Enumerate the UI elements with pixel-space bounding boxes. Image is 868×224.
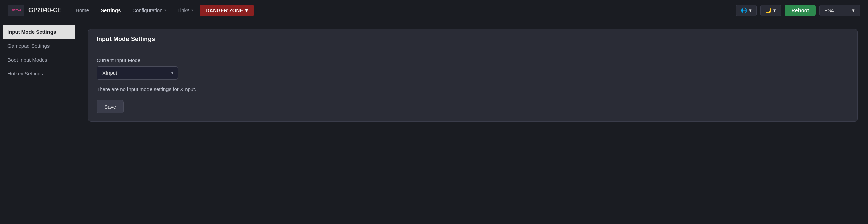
brand-logo-inner: GP2040 bbox=[8, 5, 24, 16]
nav-home[interactable]: Home bbox=[71, 5, 94, 16]
sidebar-item-boot-input-modes[interactable]: Boot Input Modes bbox=[0, 53, 78, 67]
theme-button[interactable]: 🌙 ▾ bbox=[760, 5, 781, 16]
platform-chevron-icon: ▾ bbox=[852, 7, 855, 14]
brand: GP2040 GP2040-CE bbox=[8, 5, 61, 16]
nav-links-menu[interactable]: Links ▾ bbox=[173, 5, 198, 16]
main-layout: Input Mode Settings Gamepad Settings Boo… bbox=[0, 21, 868, 224]
platform-button[interactable]: PS4 ▾ bbox=[819, 5, 860, 16]
navbar: GP2040 GP2040-CE Home Settings Configura… bbox=[0, 0, 868, 21]
sidebar-item-gamepad-settings[interactable]: Gamepad Settings bbox=[0, 39, 78, 53]
configuration-chevron-icon: ▾ bbox=[164, 8, 166, 12]
save-button[interactable]: Save bbox=[97, 100, 124, 113]
danger-zone-chevron-icon: ▾ bbox=[245, 7, 248, 14]
sidebar-item-input-mode-settings[interactable]: Input Mode Settings bbox=[3, 25, 75, 39]
navbar-right: 🌐 ▾ 🌙 ▾ Reboot PS4 ▾ bbox=[736, 5, 860, 16]
theme-chevron-icon: ▾ bbox=[773, 7, 776, 14]
globe-icon: 🌐 bbox=[741, 7, 747, 14]
brand-logo: GP2040 bbox=[8, 5, 24, 16]
mode-select-wrapper: XInput PS4 Switch Keyboard ▾ bbox=[97, 66, 178, 80]
content-card-header: Input Mode Settings bbox=[88, 29, 857, 49]
current-mode-label: Current Input Mode bbox=[97, 57, 849, 63]
sidebar-item-hotkey-settings[interactable]: Hotkey Settings bbox=[0, 67, 78, 81]
moon-icon: 🌙 bbox=[765, 7, 772, 14]
links-chevron-icon: ▾ bbox=[191, 8, 193, 12]
content-card: Input Mode Settings Current Input Mode X… bbox=[88, 29, 858, 122]
mode-select[interactable]: XInput PS4 Switch Keyboard bbox=[97, 66, 178, 80]
language-button[interactable]: 🌐 ▾ bbox=[736, 5, 757, 16]
content-card-title: Input Mode Settings bbox=[97, 36, 849, 43]
nav-settings[interactable]: Settings bbox=[96, 5, 125, 16]
reboot-button[interactable]: Reboot bbox=[785, 5, 816, 16]
main-content: Input Mode Settings Current Input Mode X… bbox=[78, 21, 868, 224]
language-chevron-icon: ▾ bbox=[749, 7, 752, 14]
danger-zone-button[interactable]: DANGER ZONE ▾ bbox=[200, 5, 254, 16]
no-settings-text: There are no input mode settings for XIn… bbox=[97, 86, 849, 92]
nav-links: Home Settings Configuration ▾ Links ▾ DA… bbox=[71, 5, 736, 16]
content-card-body: Current Input Mode XInput PS4 Switch Key… bbox=[88, 49, 857, 121]
sidebar: Input Mode Settings Gamepad Settings Boo… bbox=[0, 21, 78, 224]
brand-title: GP2040-CE bbox=[28, 7, 61, 14]
nav-configuration[interactable]: Configuration ▾ bbox=[127, 5, 171, 16]
